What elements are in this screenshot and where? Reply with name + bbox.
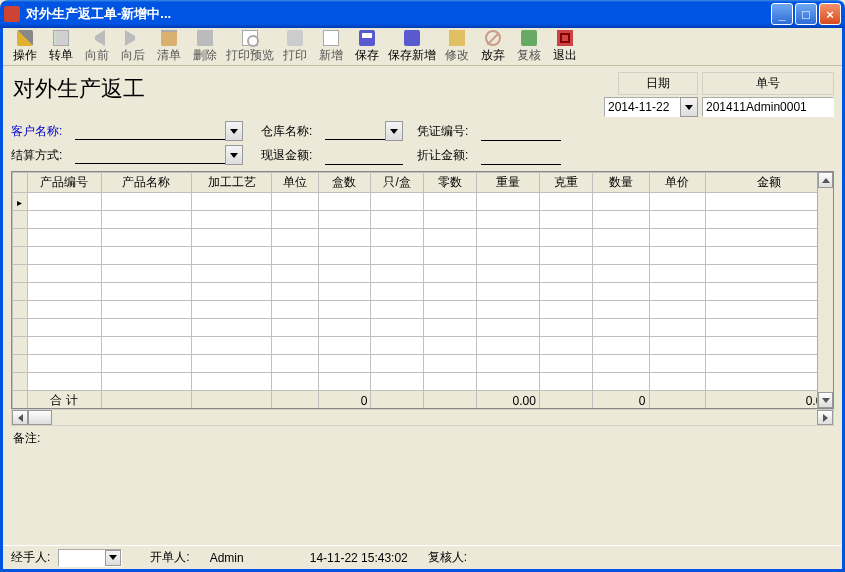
grid-header-8[interactable]: 克重 [539,173,592,193]
document-number-input[interactable]: 201411Admin0001 [702,97,834,117]
toolbar-edit-button: 修改 [439,29,475,65]
toolbar-transfer-button[interactable]: 转单 [43,29,79,65]
date-dropdown-button[interactable] [680,97,698,117]
table-row[interactable] [13,193,833,211]
toolbar-print-button: 打印 [277,29,313,65]
table-row[interactable] [13,355,833,373]
grid-header-11[interactable]: 金额 [706,173,833,193]
toolbar-clear-button: 清单 [151,29,187,65]
creator-label: 开单人: [150,549,189,566]
grid-header-9[interactable]: 数量 [592,173,649,193]
handler-label: 经手人: [11,549,50,566]
operate-icon [17,30,33,46]
horizontal-scrollbar[interactable] [11,409,834,426]
grid-header-10[interactable]: 单价 [649,173,706,193]
customer-dropdown-button[interactable] [225,121,243,141]
grid-header-4[interactable]: 盒数 [318,173,371,193]
grid-header-7[interactable]: 重量 [476,173,539,193]
new-icon [323,30,339,46]
toolbar-save-new-button[interactable]: 保存新增 [385,29,439,65]
review-icon [521,30,537,46]
page-title: 对外生产返工 [11,72,604,114]
scroll-up-button[interactable] [818,172,833,188]
table-row[interactable] [13,301,833,319]
creator-value: Admin [210,551,244,565]
scroll-left-button[interactable] [12,410,28,425]
scroll-thumb[interactable] [28,410,52,425]
scroll-down-button[interactable] [818,392,833,408]
date-input[interactable]: 2014-11-22 [604,97,680,117]
window-close-button[interactable]: × [819,3,841,25]
discount-input[interactable] [481,146,561,165]
toolbar-operate-button[interactable]: 操作 [7,29,43,65]
toolbar-back-button: 向前 [79,29,115,65]
customer-label: 客户名称: [11,123,71,140]
discount-label: 折让金额: [417,147,477,164]
handler-combo[interactable] [58,549,122,567]
clear-icon [161,30,177,46]
settle-input[interactable] [75,145,225,164]
grid-header-6[interactable]: 零数 [424,173,477,193]
table-row[interactable] [13,229,833,247]
back-icon [89,30,105,46]
refund-input[interactable] [325,146,403,165]
table-row[interactable] [13,211,833,229]
window-maximize-button[interactable]: □ [795,3,817,25]
scroll-right-button[interactable] [817,410,833,425]
data-grid-container: 产品编号产品名称加工工艺单位盒数只/盒零数重量克重数量单价金额合 计00.000… [11,171,834,409]
voucher-label: 凭证编号: [417,123,477,140]
toolbar-cancel-button[interactable]: 放弃 [475,29,511,65]
toolbar-save-button[interactable]: 保存 [349,29,385,65]
window-minimize-button[interactable]: _ [771,3,793,25]
reviewer-label: 复核人: [428,549,467,566]
delete-icon [197,30,213,46]
window-titlebar: 对外生产返工单-新增中... _ □ × [0,0,845,28]
save-icon [359,30,375,46]
vertical-scrollbar[interactable] [817,172,833,408]
refund-label: 现退金额: [261,147,321,164]
exit-icon [557,30,573,46]
table-row[interactable] [13,247,833,265]
grid-header-3[interactable]: 单位 [272,173,318,193]
toolbar-review-button: 复核 [511,29,547,65]
toolbar-print-preview-button: 打印预览 [223,29,277,65]
app-icon [4,6,20,22]
remark-label: 备注: [13,431,40,445]
settle-label: 结算方式: [11,147,71,164]
toolbar-forward-button: 向后 [115,29,151,65]
customer-input[interactable] [75,121,225,140]
settle-dropdown-button[interactable] [225,145,243,165]
warehouse-label: 仓库名称: [261,123,321,140]
table-row[interactable] [13,337,833,355]
grid-header-2[interactable]: 加工工艺 [192,173,272,193]
edit-icon [449,30,465,46]
table-row[interactable] [13,283,833,301]
data-grid[interactable]: 产品编号产品名称加工工艺单位盒数只/盒零数重量克重数量单价金额合 计00.000… [12,172,833,409]
toolbar-exit-button[interactable]: 退出 [547,29,583,65]
handler-dropdown-button[interactable] [105,550,121,566]
status-bar: 经手人: 开单人: Admin 14-11-22 15:43:02 复核人: [3,545,842,569]
table-row[interactable] [13,265,833,283]
grid-header-1[interactable]: 产品名称 [101,173,192,193]
toolbar-new-button: 新增 [313,29,349,65]
table-row[interactable] [13,319,833,337]
table-row[interactable] [13,373,833,391]
toolbar-delete-button: 删除 [187,29,223,65]
grid-total-row: 合 计00.0000.00 [13,391,833,410]
warehouse-dropdown-button[interactable] [385,121,403,141]
grid-header-5[interactable]: 只/盒 [371,173,424,193]
print-preview-icon [242,30,258,46]
warehouse-input[interactable] [325,121,385,140]
forward-icon [125,30,141,46]
header-number-label: 单号 [702,72,834,95]
window-title: 对外生产返工单-新增中... [24,5,771,23]
main-toolbar: 操作 转单 向前 向后 清单 删除 打印预览 打印 新增 保存 保存新增 修改 … [3,28,842,66]
save-new-icon [404,30,420,46]
status-datetime: 14-11-22 15:43:02 [310,551,408,565]
print-icon [287,30,303,46]
header-date-label: 日期 [618,72,698,95]
voucher-input[interactable] [481,122,561,141]
grid-header-0[interactable]: 产品编号 [27,173,101,193]
cancel-icon [485,30,501,46]
transfer-icon [53,30,69,46]
